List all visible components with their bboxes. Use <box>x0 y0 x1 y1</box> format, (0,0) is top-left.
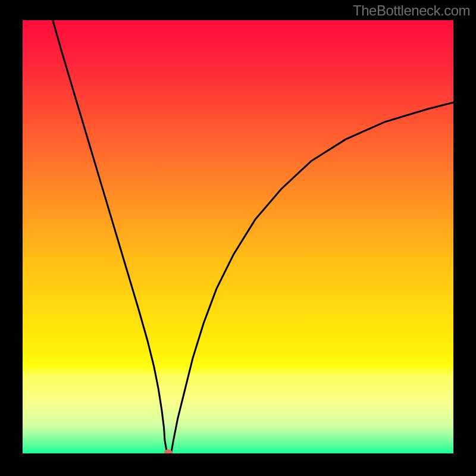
gradient-background <box>23 20 453 453</box>
attribution-text: TheBottleneck.com <box>353 2 470 19</box>
chart-container: TheBottleneck.com <box>0 0 476 476</box>
gradient-plot-svg <box>23 20 453 453</box>
plot-area <box>23 20 453 453</box>
